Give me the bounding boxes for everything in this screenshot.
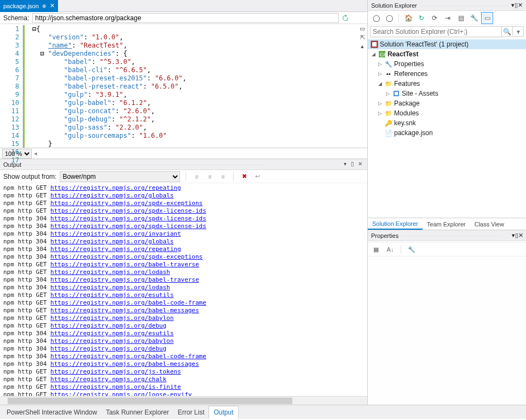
chevron-left-icon[interactable]: ◂: [34, 150, 37, 157]
properties-node[interactable]: ▷ 🔧 Properties: [368, 59, 526, 69]
schema-input[interactable]: [32, 13, 339, 23]
output-link[interactable]: https://registry.npmjs.org/spdx-exceptio…: [50, 253, 203, 260]
home-icon[interactable]: 🏠: [402, 12, 414, 24]
solution-tree[interactable]: Solution 'ReactTest' (1 project) ◢ C# Re…: [368, 38, 526, 218]
output-link[interactable]: https://registry.npmjs.org/spdx-license-…: [50, 223, 206, 230]
svg-rect-1: [372, 42, 377, 46]
output-link[interactable]: https://registry.npmjs.org/esutils: [50, 291, 174, 299]
sync-icon[interactable]: ↻: [415, 12, 427, 24]
output-link[interactable]: https://registry.npmjs.org/repeating: [50, 184, 181, 191]
output-body[interactable]: npm http GET https://registry.npmjs.org/…: [0, 183, 367, 396]
alphabetical-icon[interactable]: A↓: [384, 243, 396, 255]
show-all-icon[interactable]: ▤: [455, 12, 467, 24]
output-line: npm http GET https://registry.npmjs.org/…: [3, 184, 364, 192]
bottom-tab-error-list[interactable]: Error List: [174, 406, 209, 418]
feature-icon: [392, 89, 401, 98]
search-dropdown-icon[interactable]: ▾: [513, 26, 524, 37]
site-assets-node[interactable]: ▷ Site - Assets: [368, 89, 526, 98]
output-link[interactable]: https://registry.npmjs.org/babylon: [50, 337, 174, 345]
solution-search-input[interactable]: [370, 26, 502, 37]
tab-package-json[interactable]: package.json ⊕ ✕: [0, 0, 58, 12]
refresh-icon[interactable]: ⟳: [429, 12, 441, 24]
pin-icon[interactable]: ⊕: [42, 3, 47, 9]
indent-right-icon[interactable]: ≡: [205, 172, 215, 182]
code-editor[interactable]: 1234567891011121314151617 ⊟{ "version": …: [0, 24, 367, 148]
output-link[interactable]: https://registry.npmjs.org/babylon: [50, 314, 174, 322]
indent-left-icon[interactable]: ≡: [192, 172, 201, 182]
sol-tab-team-explorer[interactable]: Team Explorer: [423, 219, 470, 229]
output-line: npm http 304 https://registry.npmjs.org/…: [3, 223, 364, 230]
package-node[interactable]: ▷ 📁 Package: [368, 98, 526, 108]
output-link[interactable]: https://registry.npmjs.org/babel-travers…: [50, 261, 199, 268]
collapse-icon[interactable]: ⇥: [442, 12, 454, 24]
bottom-tab-output[interactable]: Output: [209, 406, 238, 419]
output-link[interactable]: https://registry.npmjs.org/babel-message…: [50, 360, 199, 368]
close-panel-icon[interactable]: ✕: [518, 2, 523, 9]
project-node[interactable]: ◢ C# ReactTest: [368, 49, 526, 59]
bottom-tab-task-runner-explorer[interactable]: Task Runner Explorer: [101, 406, 173, 418]
output-link[interactable]: https://registry.npmjs.org/lodash: [50, 284, 170, 291]
dropdown-icon[interactable]: ▾: [341, 161, 349, 168]
sol-tab-class-view[interactable]: Class View: [470, 219, 508, 229]
chevron-right-icon[interactable]: ▷: [377, 110, 383, 116]
output-link[interactable]: https://registry.npmjs.org/js-tokens: [50, 368, 181, 375]
features-node[interactable]: ◢ 📁 Features: [368, 79, 526, 89]
output-link[interactable]: https://registry.npmjs.org/globals: [50, 192, 174, 199]
output-link[interactable]: https://registry.npmjs.org/loose-envify: [50, 391, 192, 396]
key-icon: 🔑: [384, 119, 393, 127]
chevron-right-icon[interactable]: ▷: [384, 91, 391, 96]
wrap-icon[interactable]: ↩: [252, 172, 262, 182]
output-link[interactable]: https://registry.npmjs.org/esutils: [50, 330, 174, 337]
output-source-select[interactable]: Bower/npm: [60, 171, 180, 182]
key-node[interactable]: 🔑 key.snk: [368, 118, 526, 128]
output-link[interactable]: https://registry.npmjs.org/debug: [50, 345, 166, 352]
chevron-right-icon[interactable]: ▷: [377, 101, 383, 106]
forward-icon[interactable]: ◯: [383, 12, 395, 24]
output-link[interactable]: https://registry.npmjs.org/babel-message…: [50, 307, 199, 314]
output-link[interactable]: https://registry.npmjs.org/invariant: [50, 230, 181, 237]
solution-root[interactable]: Solution 'ReactTest' (1 project): [368, 39, 526, 49]
output-link[interactable]: https://registry.npmjs.org/is-finite: [50, 383, 181, 390]
output-link[interactable]: https://registry.npmjs.org/spdx-license-…: [50, 207, 206, 214]
solution-icon: [370, 40, 379, 49]
output-link[interactable]: https://registry.npmjs.org/repeating: [50, 246, 181, 253]
chevron-right-icon[interactable]: ▷: [377, 61, 383, 67]
bottom-tab-powershell-interactive-window[interactable]: PowerShell Interactive Window: [2, 406, 101, 418]
output-hscroll[interactable]: [0, 396, 367, 405]
output-link[interactable]: https://registry.npmjs.org/babel-code-fr…: [50, 353, 206, 360]
output-link[interactable]: https://registry.npmjs.org/spdx-exceptio…: [50, 200, 203, 207]
pin-panel-icon[interactable]: ▯: [349, 161, 356, 168]
close-panel-icon[interactable]: ✕: [518, 232, 523, 239]
output-link[interactable]: https://registry.npmjs.org/babel-travers…: [50, 276, 199, 283]
packagejson-node[interactable]: 📄 package.json: [368, 128, 526, 138]
sol-tab-solution-explorer[interactable]: Solution Explorer: [368, 219, 423, 230]
chevron-down-icon[interactable]: ◢: [370, 51, 377, 57]
properties-icon[interactable]: 🔧: [468, 12, 480, 24]
output-link[interactable]: https://registry.npmjs.org/lodash: [50, 269, 170, 276]
caret-up-icon[interactable]: ▴: [359, 43, 366, 50]
close-panel-icon[interactable]: ✕: [356, 161, 364, 168]
references-icon: ▪▪: [384, 69, 393, 78]
references-node[interactable]: ▷ ▪▪ References: [368, 69, 526, 79]
back-icon[interactable]: ◯: [370, 12, 382, 24]
modules-node[interactable]: ▷ 📁 Modules: [368, 108, 526, 118]
indent-icon[interactable]: ≡: [218, 172, 228, 182]
output-link[interactable]: https://registry.npmjs.org/globals: [50, 238, 174, 245]
search-icon[interactable]: 🔍: [502, 26, 513, 37]
output-link[interactable]: https://registry.npmjs.org/chalk: [50, 376, 166, 383]
code-body[interactable]: ⊟{ "version": "1.0.0", "name": "ReactTes…: [23, 24, 367, 148]
output-link[interactable]: https://registry.npmjs.org/babel-code-fr…: [50, 299, 206, 306]
close-icon[interactable]: ✕: [50, 2, 55, 9]
output-link[interactable]: https://registry.npmjs.org/debug: [50, 322, 166, 329]
expand-icon[interactable]: ⇱: [359, 34, 366, 42]
property-pages-icon[interactable]: 🔧: [406, 243, 418, 255]
clear-icon[interactable]: ✖: [239, 172, 249, 182]
chevron-right-icon[interactable]: ▷: [377, 71, 383, 77]
categorized-icon[interactable]: ▦: [370, 243, 382, 255]
chevron-down-icon[interactable]: ◢: [377, 81, 383, 86]
split-horizontal-icon[interactable]: ▭: [359, 25, 366, 33]
schema-reload-icon[interactable]: [342, 15, 349, 21]
output-link[interactable]: https://registry.npmjs.org/spdx-license-…: [50, 215, 206, 222]
output-line: npm http GET https://registry.npmjs.org/…: [3, 299, 364, 307]
preview-icon[interactable]: ▭: [481, 12, 493, 24]
